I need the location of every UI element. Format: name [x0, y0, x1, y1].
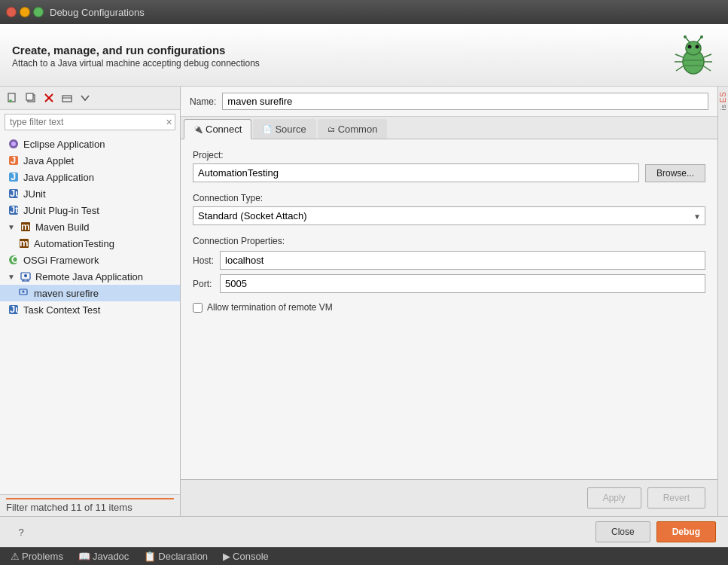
dialog-body: ✕ Eclipse Application J Java Applet [0, 87, 728, 516]
tree-item-task-context[interactable]: Ju Task Context Test [0, 301, 180, 318]
bug-icon [671, 33, 716, 78]
tab-connect[interactable]: 🔌 Connect [184, 119, 251, 139]
svg-point-26 [11, 142, 16, 146]
allow-termination-label: Allow termination of remote VM [207, 302, 333, 313]
tree-item-label: Remote Java Application [35, 271, 143, 282]
port-input[interactable] [220, 274, 705, 293]
bottom-action-bar: ? Close Debug [0, 516, 728, 547]
dialog-header: Create, manage, and run configurations A… [0, 24, 728, 87]
tab-common-label: Common [338, 124, 378, 135]
tree-item-junit[interactable]: Ju JUnit [0, 185, 180, 202]
filter-input[interactable] [5, 114, 175, 130]
filter-clear-button[interactable]: ✕ [166, 118, 172, 127]
minimize-btn[interactable] [20, 7, 30, 17]
tree-item-eclipse-app[interactable]: Eclipse Application [0, 136, 180, 152]
tab-source[interactable]: 📄 Source [253, 119, 315, 139]
left-toolbar [0, 87, 180, 110]
taskbar-javadoc[interactable]: 📖 Javadoc [74, 551, 133, 562]
tab-source-label: Source [275, 124, 306, 135]
debug-button[interactable]: Debug [656, 521, 716, 542]
taskbar-problems[interactable]: ⚠ Problems [6, 551, 68, 562]
right-panel: Name: 🔌 Connect 📄 Source [181, 87, 728, 516]
svg-line-8 [675, 54, 683, 57]
tree-item-label: OSGi Framework [23, 255, 99, 266]
tree-item-label: Maven Build [35, 221, 90, 233]
maven-build-arrow: ▼ [8, 223, 15, 231]
tree-item-java-applet[interactable]: J Java Applet [0, 152, 180, 169]
tree-item-remote-java[interactable]: ▼ Remote Java Application [0, 268, 180, 285]
console-icon: ▶ [223, 551, 230, 562]
duplicate-config-button[interactable] [23, 90, 39, 106]
right-content: Name: 🔌 Connect 📄 Source [181, 87, 717, 516]
tree-item-label: Java Application [23, 172, 94, 183]
close-dialog-button[interactable]: Close [595, 521, 650, 542]
tree-item-maven-surefire[interactable]: maven surefire [0, 285, 180, 301]
project-row: Project: Browse... [193, 150, 705, 182]
tree-item-automation-testing[interactable]: m2 AutomationTesting [0, 235, 180, 252]
header-text: Create, manage, and run configurations A… [12, 44, 260, 69]
tree-item-label: AutomationTesting [34, 238, 114, 249]
tree-item-label: maven surefire [34, 288, 99, 299]
svg-rect-20 [26, 93, 33, 100]
apply-button[interactable]: Apply [587, 487, 641, 508]
tree-item-label: Task Context Test [23, 304, 100, 316]
problems-icon: ⚠ [11, 551, 20, 562]
collapse-all-button[interactable] [59, 90, 75, 106]
apply-revert-footer: Apply Revert [181, 479, 717, 516]
host-input[interactable] [220, 251, 705, 270]
connection-type-select-wrapper: Standard (Socket Attach) Socket Listen S… [193, 206, 705, 225]
declaration-icon: 📋 [144, 551, 156, 562]
delete-config-button[interactable] [41, 90, 57, 106]
taskbar-declaration-label: Declaration [158, 551, 208, 562]
taskbar-console-label: Console [233, 551, 269, 562]
properties-grid: Host: Port: [193, 251, 705, 293]
titlebar: Debug Configurations [0, 0, 728, 24]
svg-line-10 [676, 66, 683, 71]
header-title: Create, manage, and run configurations [12, 44, 260, 56]
taskbar: ⚠ Problems 📖 Javadoc 📋 Declaration ▶ Con… [0, 547, 728, 565]
window-controls [6, 7, 44, 17]
project-browse-button[interactable]: Browse... [645, 164, 705, 182]
svg-text:J: J [11, 154, 16, 166]
svg-point-3 [696, 45, 699, 49]
tree-item-maven-build[interactable]: ▼ m2 Maven Build [0, 218, 180, 235]
accent-text2: is [720, 104, 727, 111]
osgi-icon: O [8, 254, 20, 266]
close-btn[interactable] [6, 7, 17, 17]
bottom-left: ? [12, 523, 30, 541]
common-tab-icon: 🗂 [327, 125, 335, 133]
connection-props-section: Connection Properties: Host: Port: [193, 236, 705, 293]
tree-item-junit-plugin[interactable]: Jt JUnit Plug-in Test [0, 202, 180, 218]
help-icon: ? [18, 527, 23, 538]
taskbar-declaration[interactable]: 📋 Declaration [139, 551, 212, 562]
accent-text: ES [719, 91, 727, 102]
junit-icon: Ju [8, 188, 20, 200]
name-label: Name: [190, 96, 216, 107]
project-input[interactable] [193, 163, 639, 182]
port-label: Port: [193, 279, 214, 289]
junit-plugin-icon: Jt [8, 204, 20, 216]
tree-item-java-application[interactable]: J Java Application [0, 169, 180, 185]
filter-status-text: Filter matched 11 of 11 items [6, 502, 133, 513]
svg-point-1 [686, 41, 701, 55]
connection-type-label: Connection Type: [193, 193, 705, 203]
name-input[interactable] [222, 93, 708, 110]
help-button[interactable]: ? [12, 523, 30, 541]
connection-type-select[interactable]: Standard (Socket Attach) Socket Listen S… [193, 206, 705, 225]
revert-button[interactable]: Revert [647, 487, 705, 508]
allow-termination-checkbox[interactable] [193, 303, 203, 313]
svg-text:m2: m2 [21, 221, 32, 232]
maximize-btn[interactable] [33, 7, 44, 17]
svg-point-45 [24, 274, 27, 277]
svg-point-47 [23, 291, 25, 293]
remote-java-arrow: ▼ [8, 273, 15, 281]
allow-termination-row: Allow termination of remote VM [193, 302, 705, 313]
new-config-button[interactable] [5, 90, 21, 106]
tree-item-osgi[interactable]: O OSGi Framework [0, 252, 180, 268]
taskbar-console[interactable]: ▶ Console [218, 551, 273, 562]
tab-common[interactable]: 🗂 Common [318, 119, 388, 139]
tree-item-label: Eclipse Application [23, 139, 105, 150]
svg-text:m2: m2 [20, 237, 30, 249]
expand-button[interactable] [77, 90, 93, 106]
filter-status: Filter matched 11 of 11 items [0, 494, 180, 516]
